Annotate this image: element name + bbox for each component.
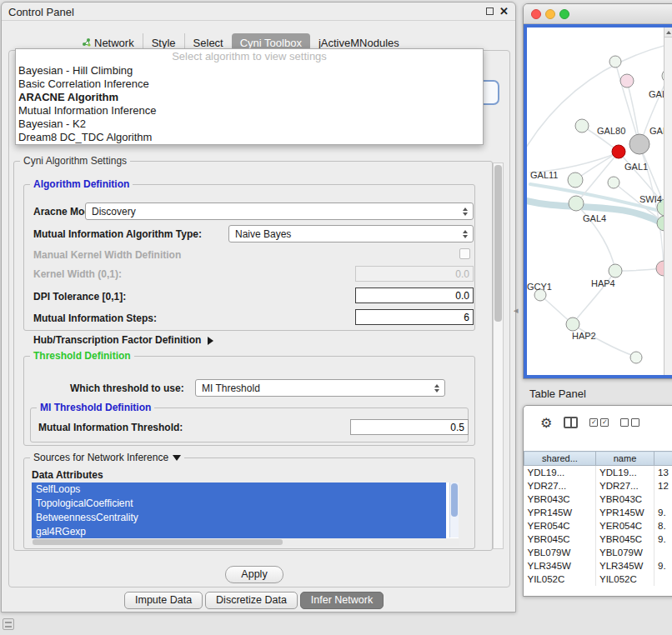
zoom-traffic-light-icon[interactable] <box>559 9 569 19</box>
scrollbar-thumb[interactable] <box>494 165 502 322</box>
network-node[interactable] <box>609 56 621 68</box>
table-cell[interactable]: YIL052C <box>596 572 654 586</box>
table-settings-gear-icon[interactable]: ⚙ <box>540 415 552 431</box>
settings-vertical-scrollbar[interactable] <box>493 162 504 549</box>
splitter-collapse-icon[interactable]: ◂ <box>514 305 519 316</box>
table-cell[interactable]: 12 <box>654 479 672 492</box>
bottom-tab-discretize-data[interactable]: Discretize Data <box>205 592 298 609</box>
table-cell[interactable]: YER054C <box>596 519 654 532</box>
table-cell[interactable]: YBR043C <box>596 492 654 506</box>
network-node[interactable] <box>612 145 625 158</box>
hub-definition-toggle[interactable]: Hub/Transcription Factor Definition <box>33 334 213 346</box>
minimize-traffic-light-icon[interactable] <box>545 9 555 19</box>
table-cell[interactable]: YIL052C <box>524 572 596 586</box>
table-cell[interactable]: YDL19... <box>596 466 654 479</box>
table-cell[interactable]: 9. <box>654 532 672 546</box>
scrollbar-thumb[interactable] <box>451 483 458 517</box>
algorithm-option[interactable]: Bayesian - K2 <box>16 118 483 131</box>
table-cell[interactable]: YPR145W <box>524 506 596 519</box>
attribute-item[interactable]: TopologicalCoefficient <box>32 497 446 511</box>
table-cell[interactable]: YLR345W <box>596 559 654 572</box>
bottom-tab-infer-network[interactable]: Infer Network <box>300 592 384 609</box>
network-node[interactable] <box>629 134 649 154</box>
algorithm-option[interactable]: ARACNE Algorithm <box>16 91 483 104</box>
sources-group-title[interactable]: Sources for Network Inference <box>30 452 184 463</box>
table-row[interactable]: YLR345WYLR345W9. <box>524 559 672 572</box>
mi-steps-input[interactable] <box>355 309 474 325</box>
table-cell[interactable]: YDR27... <box>524 479 596 492</box>
table-cell[interactable]: YBL079W <box>596 546 654 559</box>
network-node[interactable] <box>608 177 619 188</box>
table-cell[interactable]: YLR345W <box>524 559 596 572</box>
network-node[interactable] <box>568 172 583 188</box>
table-cell[interactable] <box>654 492 672 506</box>
which-threshold-select[interactable]: MI Threshold <box>195 379 445 397</box>
table-row[interactable]: YDL19...YDL19...13 <box>524 466 672 479</box>
kernel-width-input[interactable] <box>355 266 474 282</box>
table-cell[interactable]: YER054C <box>524 519 596 532</box>
algorithm-option[interactable]: Dream8 DC_TDC Algorithm <box>16 131 483 144</box>
collapse-arrow-icon[interactable] <box>208 337 213 345</box>
table-row[interactable]: YER054CYER054C8. <box>524 519 672 532</box>
table-row[interactable]: YBR043CYBR043C <box>524 492 672 506</box>
table-cell[interactable]: 9. <box>654 506 672 519</box>
scrollbar-thumb[interactable] <box>33 539 283 545</box>
network-node[interactable] <box>566 318 579 331</box>
table-row[interactable]: YBR045CYBR045C9. <box>524 532 672 546</box>
show-columns-icon[interactable] <box>564 417 578 428</box>
close-traffic-light-icon[interactable] <box>531 9 541 19</box>
table-cell[interactable]: YBR045C <box>524 532 596 546</box>
table-header-row[interactable]: shared...name <box>524 452 672 466</box>
attribute-item[interactable]: gal4RGexp <box>32 525 446 539</box>
network-node[interactable] <box>656 261 664 276</box>
algorithm-option[interactable]: Mutual Information Inference <box>16 104 483 118</box>
table-cell[interactable]: YBR045C <box>596 532 654 546</box>
mi-threshold-input[interactable] <box>350 419 469 435</box>
scroll-up-arrow-icon[interactable] <box>664 28 672 38</box>
network-node[interactable] <box>609 264 622 278</box>
unselect-all-columns-icon[interactable] <box>620 418 639 427</box>
network-window-titlebar[interactable] <box>524 4 672 24</box>
table-cell[interactable]: YBL079W <box>524 546 596 559</box>
table-cell[interactable]: 9. <box>654 559 672 572</box>
table-column-header[interactable] <box>654 452 672 466</box>
attribute-item[interactable]: BetweennessCentrality <box>32 511 446 525</box>
apply-button[interactable]: Apply <box>225 566 283 583</box>
table-cell[interactable]: YPR145W <box>596 506 654 519</box>
bottom-tab-impute-data[interactable]: Impute Data <box>124 592 203 609</box>
table-cell[interactable]: YDL19... <box>524 466 596 479</box>
manual-kernel-checkbox[interactable] <box>459 248 470 259</box>
select-all-columns-icon[interactable]: ✓✓ <box>589 418 609 427</box>
table-cell[interactable]: YBR043C <box>524 492 596 506</box>
dpi-tolerance-input[interactable] <box>355 288 474 303</box>
table-row[interactable]: YIL052CYIL052C <box>524 572 672 586</box>
panel-grip-icon[interactable] <box>3 618 14 630</box>
table-column-header[interactable]: name <box>596 452 654 466</box>
attribute-item[interactable]: SelfLoops <box>32 482 446 497</box>
table-cell[interactable]: 8. <box>654 519 672 532</box>
algorithm-option[interactable]: Basic Correlation Inference <box>16 78 483 91</box>
network-node[interactable] <box>620 74 634 88</box>
table-row[interactable]: YDR27...YDR27...12 <box>524 479 672 492</box>
table-row[interactable]: YPR145WYPR145W9. <box>524 506 672 519</box>
table-column-header[interactable]: shared... <box>524 452 596 466</box>
network-node[interactable] <box>630 352 642 363</box>
network-vertical-scrollbar[interactable] <box>664 28 672 375</box>
attributes-horizontal-scrollbar[interactable] <box>32 538 459 546</box>
close-window-icon[interactable]: ✕ <box>499 5 509 18</box>
table-cell[interactable] <box>654 572 672 586</box>
network-canvas[interactable]: GAL8GAL80GAL10GAL1GAL11SWI4GAL4GCY1HAP4Y… <box>524 24 672 378</box>
table-row[interactable]: YBL079WYBL079W <box>524 546 672 559</box>
aracne-mode-select[interactable]: Discovery <box>85 202 474 220</box>
algorithm-option[interactable]: Bayesian - Hill Climbing <box>16 64 483 78</box>
network-edge[interactable] <box>540 295 572 323</box>
mi-algorithm-type-select[interactable]: Naive Bayes <box>228 225 474 242</box>
float-window-icon[interactable] <box>486 8 494 15</box>
table-cell[interactable]: 13 <box>654 466 672 479</box>
network-graph[interactable]: GAL8GAL80GAL10GAL1GAL11SWI4GAL4GCY1HAP4Y… <box>527 28 664 375</box>
network-node[interactable] <box>569 196 584 211</box>
network-node[interactable] <box>575 119 589 132</box>
attributes-vertical-scrollbar[interactable] <box>449 482 459 538</box>
table-cell[interactable]: YDR27... <box>596 479 654 492</box>
expand-arrow-icon[interactable] <box>173 455 181 461</box>
